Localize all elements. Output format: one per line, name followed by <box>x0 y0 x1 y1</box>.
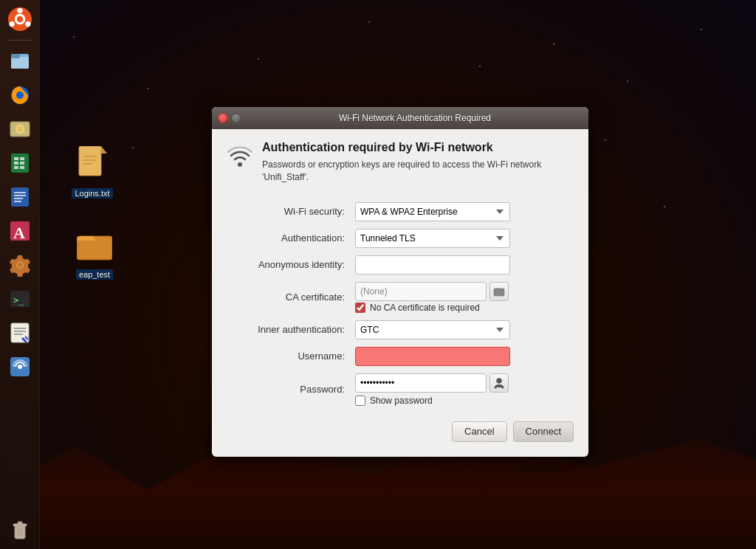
show-password-checkbox[interactable] <box>355 396 365 406</box>
ca-cert-browse-button[interactable] <box>489 282 509 301</box>
password-person-button[interactable] <box>489 373 509 393</box>
anonymous-identity-row: Anonymous identity: <box>227 252 574 278</box>
anonymous-identity-label: Anonymous identity: <box>227 252 352 278</box>
no-ca-cert-checkbox[interactable] <box>355 303 365 313</box>
wifi-auth-dialog: Wi-Fi Network Authentication Required <box>212 107 588 457</box>
inner-auth-select[interactable]: GTC <box>355 320 510 339</box>
password-input[interactable] <box>355 373 487 393</box>
wifi-security-label: Wi-Fi security: <box>227 198 352 225</box>
ca-cert-row: CA certificate: <box>227 278 574 317</box>
dialog-minimize-button[interactable] <box>231 113 241 123</box>
inner-auth-row: Inner authentication: GTC <box>227 317 574 343</box>
svg-point-51 <box>238 162 242 167</box>
no-ca-cert-label: No CA certificate is required <box>370 303 480 313</box>
dialog-titlebar: Wi-Fi Network Authentication Required <box>212 107 588 129</box>
auth-form: Wi-Fi security: WPA & WPA2 Enterprise Au… <box>227 198 574 410</box>
dialog-close-button[interactable] <box>218 113 228 123</box>
authentication-label: Authentication: <box>227 225 352 252</box>
wifi-security-row: Wi-Fi security: WPA & WPA2 Enterprise <box>227 198 574 225</box>
dialog-overlay: Wi-Fi Network Authentication Required <box>0 0 756 549</box>
anonymous-identity-input[interactable] <box>355 255 510 274</box>
dialog-header-text: Authentication required by Wi-Fi network… <box>262 141 574 184</box>
ca-cert-label: CA certificate: <box>227 278 352 317</box>
cancel-button[interactable]: Cancel <box>452 421 506 442</box>
dialog-heading: Authentication required by Wi-Fi network <box>262 141 574 154</box>
username-input[interactable] <box>355 347 510 366</box>
connect-button[interactable]: Connect <box>513 421 574 442</box>
dialog-description: Passwords or encryption keys are require… <box>262 159 574 184</box>
wifi-icon <box>227 144 253 176</box>
password-label: Password: <box>227 370 352 410</box>
no-cert-row: No CA certificate is required <box>355 303 571 313</box>
username-row: Username: <box>227 343 574 370</box>
titlebar-buttons <box>218 113 241 123</box>
dialog-header: Authentication required by Wi-Fi network… <box>227 141 574 184</box>
show-password-row: Show password <box>355 396 571 406</box>
username-label: Username: <box>227 343 352 370</box>
authentication-select[interactable]: Tunneled TLS <box>355 229 510 248</box>
password-row: Password: <box>227 370 574 410</box>
inner-auth-label: Inner authentication: <box>227 317 352 343</box>
show-password-label: Show password <box>370 396 433 406</box>
desktop: A >_ <box>0 0 756 549</box>
dialog-body: Authentication required by Wi-Fi network… <box>212 129 588 457</box>
dialog-title: Wi-Fi Network Authentication Required <box>247 113 583 123</box>
ca-cert-controls <box>355 282 571 301</box>
wifi-security-select[interactable]: WPA & WPA2 Enterprise <box>355 202 510 221</box>
password-controls <box>355 373 571 393</box>
authentication-row: Authentication: Tunneled TLS <box>227 225 574 252</box>
dialog-buttons: Cancel Connect <box>227 421 574 442</box>
ca-cert-input[interactable] <box>355 282 487 301</box>
